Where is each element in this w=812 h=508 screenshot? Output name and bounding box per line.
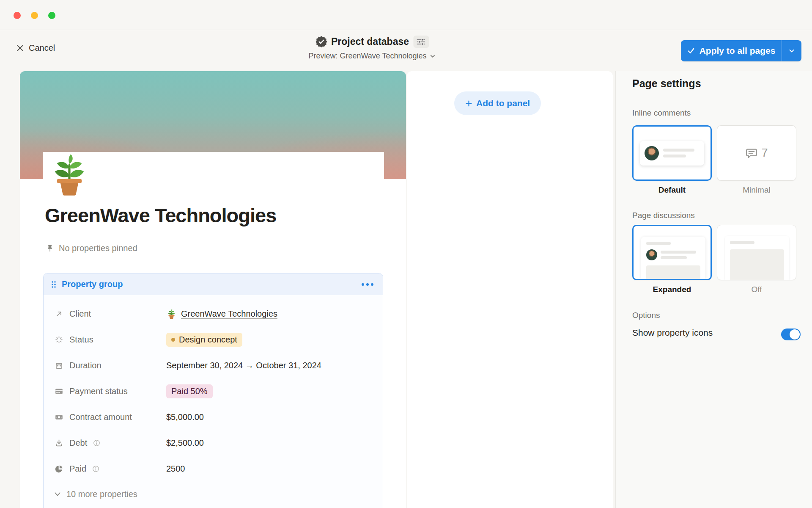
show-property-icons-toggle[interactable] <box>781 329 801 340</box>
property-row-debt[interactable]: Debt $2,500.00 <box>54 430 373 456</box>
more-options-icon[interactable] <box>360 282 375 287</box>
property-group-header[interactable]: Property group <box>44 273 383 295</box>
minimal-mock: 7 <box>717 126 796 180</box>
sliders-icon <box>417 38 426 46</box>
expanded-mock <box>641 237 705 280</box>
chevron-down-icon <box>430 53 436 59</box>
property-row-payment-status[interactable]: Payment status Paid 50% <box>54 378 373 404</box>
minimize-window-button[interactable] <box>31 12 38 19</box>
apply-split-button: Apply to all pages <box>681 40 801 61</box>
inline-comments-default-option[interactable] <box>632 125 712 181</box>
property-row-paid[interactable]: Paid 2500 <box>54 456 373 482</box>
minimal-option-label: Minimal <box>717 185 796 195</box>
add-to-panel-button[interactable]: Add to panel <box>454 91 541 115</box>
page-title: GreenWave Technologies <box>45 204 276 227</box>
property-rows: Client GreenWave Technologies <box>44 295 383 506</box>
info-icon[interactable] <box>93 439 101 447</box>
toggle-knob <box>790 329 800 340</box>
cancel-label: Cancel <box>29 43 55 53</box>
page-database-title: Project database <box>331 36 409 47</box>
payment-status-tag[interactable]: Paid 50% <box>166 384 213 398</box>
plus-icon <box>465 100 472 107</box>
verified-badge-icon <box>315 36 327 47</box>
preview-label: Preview: GreenWave Technologies <box>308 52 426 61</box>
avatar <box>646 249 657 260</box>
discussions-off-option[interactable] <box>717 225 796 280</box>
close-window-button[interactable] <box>14 12 21 19</box>
potted-plant-emoji <box>166 309 177 319</box>
page-icon-potted-plant[interactable] <box>47 153 91 197</box>
page-settings-sidebar: Page settings Inline comments 7 Default … <box>615 71 812 508</box>
property-row-duration[interactable]: Duration September 30, 2024 → October 31… <box>54 353 373 378</box>
off-option-label: Off <box>717 285 796 294</box>
apply-to-all-pages-button[interactable]: Apply to all pages <box>681 40 782 61</box>
property-group-card: Property group Client GreenWave Technolo… <box>43 273 383 508</box>
expanded-option-label: Expanded <box>632 285 712 294</box>
off-mock <box>725 236 789 280</box>
client-relation-link[interactable]: GreenWave Technologies <box>181 309 277 319</box>
comment-count: 7 <box>761 146 768 160</box>
tag-dot <box>171 338 175 342</box>
calendar-icon <box>54 361 64 371</box>
property-row-client[interactable]: Client GreenWave Technologies <box>54 301 373 327</box>
apply-label: Apply to all pages <box>700 46 776 56</box>
page-discussions-label: Page discussions <box>632 211 695 220</box>
pinned-properties-note: No properties pinned <box>46 243 137 253</box>
zoom-window-button[interactable] <box>48 12 55 19</box>
inline-comments-label: Inline comments <box>632 108 691 118</box>
apply-options-dropdown-button[interactable] <box>782 40 801 61</box>
status-tag[interactable]: Design concept <box>166 333 242 347</box>
property-row-contract-amount[interactable]: Contract amount $5,000.00 <box>54 404 373 430</box>
header-center: Project database Preview: GreenWave Tech… <box>308 36 436 61</box>
more-properties-toggle[interactable]: 10 more properties <box>54 482 373 506</box>
drag-handle-icon[interactable] <box>51 281 56 288</box>
cancel-button[interactable]: Cancel <box>16 43 55 53</box>
status-icon <box>54 335 64 345</box>
inline-comments-minimal-option[interactable]: 7 <box>717 125 796 181</box>
options-label: Options <box>632 311 660 320</box>
arrow-up-right-icon <box>54 309 64 319</box>
info-icon[interactable] <box>92 465 100 473</box>
banknote-icon <box>54 412 64 422</box>
chevron-down-icon <box>54 490 61 498</box>
default-option-label: Default <box>632 185 712 195</box>
pie-chart-icon <box>54 464 64 474</box>
chevron-down-icon <box>788 47 795 54</box>
property-row-status[interactable]: Status Design concept <box>54 327 373 353</box>
page-content: GreenWave Technologies No properties pin… <box>43 152 384 508</box>
property-group-title: Property group <box>62 279 123 289</box>
avatar <box>645 146 659 160</box>
preview-selector[interactable]: Preview: GreenWave Technologies <box>308 52 436 61</box>
credit-card-icon <box>54 387 64 397</box>
show-property-icons-label: Show property icons <box>632 328 713 338</box>
layout-settings-button[interactable] <box>413 36 429 48</box>
page-preview: GreenWave Technologies No properties pin… <box>20 71 406 508</box>
download-icon <box>54 438 64 448</box>
pin-icon <box>46 244 54 253</box>
discussions-expanded-option[interactable] <box>632 225 712 280</box>
comment-bubble-icon <box>745 147 758 160</box>
close-icon <box>16 44 24 52</box>
preview-side-panel: Add to panel <box>407 71 613 508</box>
window-titlebar <box>0 0 812 30</box>
page-settings-title: Page settings <box>632 77 701 90</box>
comment-mock <box>640 141 704 166</box>
checkmark-icon <box>687 47 695 55</box>
